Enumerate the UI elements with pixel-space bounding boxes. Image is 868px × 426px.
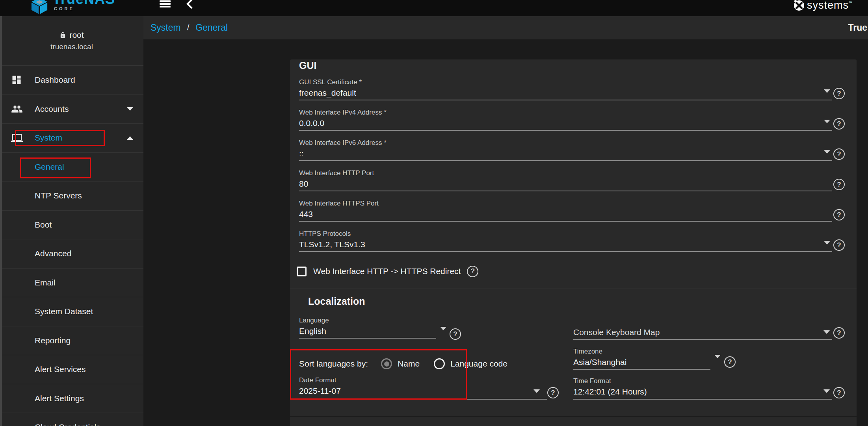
sidebar-item-advanced[interactable]: Advanced [0, 239, 143, 269]
dropdown-caret-icon[interactable] [823, 330, 830, 334]
field-label: Timezone [573, 348, 710, 356]
field-gui-ssl-certificate: GUI SSL Certificate * freenas_default ? [299, 76, 832, 106]
field-underline [573, 369, 710, 370]
help-icon[interactable]: ? [450, 328, 461, 340]
sidebar-item-label: Reporting [35, 336, 71, 345]
dropdown-caret-icon[interactable] [533, 389, 540, 393]
sidebar-item-reporting[interactable]: Reporting [0, 326, 143, 356]
sidebar-item-label: General [35, 162, 64, 172]
help-icon[interactable]: ? [724, 356, 736, 368]
ixsystems-logo: systems ™ [793, 0, 852, 11]
help-icon[interactable]: ? [547, 387, 559, 398]
date-format-select[interactable]: 2025-11-07 [299, 386, 547, 396]
field-label: GUI SSL Certificate * [299, 76, 832, 86]
back-arrow-icon[interactable] [185, 0, 195, 11]
help-icon[interactable]: ? [833, 327, 845, 339]
radio-sort-by-language-code[interactable] [434, 358, 445, 369]
truenas-logo[interactable]: TrueNAS CORE [30, 0, 115, 15]
sidebar-item-accounts[interactable]: Accounts [0, 95, 143, 124]
dropdown-caret-icon[interactable] [824, 120, 830, 123]
help-icon[interactable]: ? [833, 239, 845, 251]
time-format-select[interactable]: 12:42:01 (24 Hours) [573, 387, 832, 397]
http-port-input[interactable]: 80 [299, 179, 832, 189]
help-icon[interactable]: ? [833, 209, 845, 220]
chevron-up-icon [127, 136, 133, 140]
sidebar-item-dashboard[interactable]: Dashboard [0, 66, 143, 95]
sidebar-item-system-dataset[interactable]: System Dataset [0, 297, 143, 326]
sidebar-item-boot[interactable]: Boot [0, 211, 143, 240]
sort-languages-row: Sort languages by: Name Language code [299, 356, 507, 372]
field-date-format: Date Format 2025-11-07 ? [299, 376, 547, 396]
sidebar-item-alert-services[interactable]: Alert Services [0, 355, 143, 384]
hostname: truenas.local [50, 43, 93, 51]
field-underline [299, 221, 832, 222]
dashboard-icon [11, 74, 23, 85]
breadcrumb-general[interactable]: General [195, 22, 228, 33]
sidebar-item-label: Alert Settings [35, 394, 84, 403]
dropdown-caret-icon[interactable] [824, 150, 830, 154]
field-underline [299, 338, 436, 339]
help-icon[interactable]: ? [833, 118, 845, 130]
web-interface-ipv6-select[interactable]: :: [299, 148, 832, 159]
ix-mark-icon [793, 0, 805, 11]
sort-languages-label: Sort languages by: [299, 359, 368, 369]
sidebar-user-panel: root truenas.local [0, 16, 143, 66]
content-area: GUI GUI SSL Certificate * freenas_defaul… [143, 39, 868, 426]
field-timezone: Timezone Asia/Shanghai ? [573, 348, 710, 367]
sidebar-item-general[interactable]: General [0, 153, 143, 182]
window-edge-strip [0, 16, 2, 426]
truenas-app-window: TrueNAS CORE systems ™ r [0, 0, 868, 426]
gui-section: GUI GUI SSL Certificate * freenas_defaul… [290, 59, 857, 289]
dropdown-caret-icon[interactable] [824, 241, 830, 244]
sidebar-item-label: Advanced [35, 249, 71, 258]
field-underline [299, 191, 832, 191]
sidebar-item-cloud-credentials[interactable]: Cloud Credentials [0, 413, 143, 426]
sidebar-item-ntp-servers[interactable]: NTP Servers [0, 182, 143, 211]
logged-in-user: root [69, 30, 84, 40]
field-label: Date Format [299, 376, 547, 384]
lock-icon [59, 32, 66, 39]
chevron-down-icon [127, 107, 133, 111]
field-web-interface-ipv4: Web Interface IPv4 Address * 0.0.0.0 ? [299, 106, 832, 137]
breadcrumb-separator: / [187, 23, 190, 32]
ix-logo-text: systems [807, 0, 849, 11]
sidebar-item-system[interactable]: System [0, 124, 143, 153]
field-web-interface-ipv6: Web Interface IPv6 Address * :: ? [299, 137, 832, 167]
timezone-select[interactable]: Asia/Shanghai [573, 357, 710, 367]
field-underline [573, 399, 832, 400]
sidebar-item-label: Accounts [35, 104, 69, 114]
gui-ssl-certificate-select[interactable]: freenas_default [299, 88, 832, 98]
hamburger-menu-icon[interactable] [160, 0, 171, 7]
sidebar-item-email[interactable]: Email [0, 269, 143, 298]
field-language: Language English ? [299, 317, 436, 336]
field-https-protocols: HTTPS Protocols TLSv1.2, TLSv1.3 ? [299, 228, 832, 258]
help-icon[interactable]: ? [833, 88, 845, 99]
web-interface-ipv4-select[interactable]: 0.0.0.0 [299, 118, 832, 128]
breadcrumb-system[interactable]: System [151, 22, 181, 33]
localization-section: Localization Language English ? Console … [290, 289, 857, 417]
help-icon[interactable]: ? [833, 179, 845, 190]
sidebar-item-label: Dashboard [35, 75, 75, 85]
dropdown-caret-icon[interactable] [714, 355, 721, 358]
dropdown-caret-icon[interactable] [823, 389, 830, 393]
truenas-cube-icon [30, 0, 48, 15]
redirect-checkbox[interactable] [297, 267, 307, 276]
field-underline [299, 251, 832, 252]
console-keyboard-map-select[interactable]: Console Keyboard Map [573, 327, 832, 337]
field-console-keyboard-map: Console Keyboard Map ? [573, 327, 832, 337]
dropdown-caret-icon[interactable] [440, 327, 446, 330]
field-label: Language [299, 317, 436, 324]
https-protocols-select[interactable]: TLSv1.2, TLSv1.3 [299, 239, 832, 250]
sidebar-item-label: System [35, 133, 62, 143]
sidebar-item-alert-settings[interactable]: Alert Settings [0, 384, 143, 413]
help-icon[interactable]: ? [833, 148, 845, 160]
field-label: Time Format [573, 377, 832, 385]
field-web-interface-http-port: Web Interface HTTP Port 80 ? [299, 167, 832, 197]
https-port-input[interactable]: 443 [299, 209, 832, 219]
help-icon[interactable]: ? [833, 387, 845, 398]
field-underline [573, 339, 832, 340]
radio-sort-by-name[interactable] [381, 358, 392, 369]
help-icon[interactable]: ? [467, 266, 478, 277]
language-select[interactable]: English [299, 326, 436, 336]
dropdown-caret-icon[interactable] [824, 89, 830, 93]
